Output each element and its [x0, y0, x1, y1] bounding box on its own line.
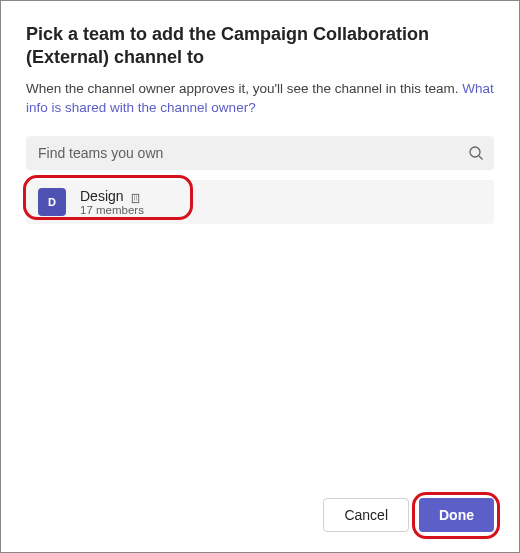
team-info: Design 17 members	[80, 188, 144, 216]
dialog-footer: Cancel Done	[26, 498, 494, 532]
dialog-subtitle: When the channel owner approves it, you'…	[26, 80, 494, 118]
subtitle-text: When the channel owner approves it, you'…	[26, 81, 462, 96]
team-name: Design	[80, 188, 124, 204]
cancel-button[interactable]: Cancel	[323, 498, 409, 532]
team-name-row: Design	[80, 188, 144, 204]
done-button[interactable]: Done	[419, 498, 494, 532]
org-icon	[130, 190, 141, 201]
svg-rect-2	[132, 194, 138, 202]
team-meta: 17 members	[80, 204, 144, 216]
team-item-design[interactable]: D Design 17 members	[26, 180, 494, 224]
team-avatar: D	[38, 188, 66, 216]
search-wrap	[26, 136, 494, 170]
pick-team-dialog: Pick a team to add the Campaign Collabor…	[1, 1, 519, 552]
dialog-title: Pick a team to add the Campaign Collabor…	[26, 23, 494, 70]
search-input[interactable]	[26, 136, 494, 170]
